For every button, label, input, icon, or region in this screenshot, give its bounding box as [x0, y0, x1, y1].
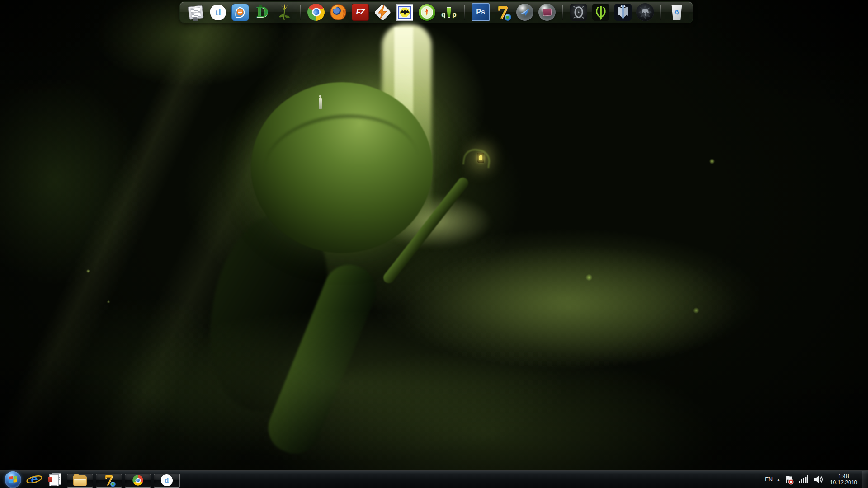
- the-bat-stamp: [397, 5, 413, 20]
- network-signal-icon[interactable]: [798, 475, 808, 483]
- tlen-label: tl: [215, 7, 221, 18]
- green-d-label: D: [256, 4, 269, 20]
- recycle-bin-cup: ♻: [671, 5, 683, 20]
- action-center-flag-icon[interactable]: [784, 474, 794, 485]
- qip-glass: [446, 7, 452, 18]
- filezilla-label: FZ: [356, 8, 365, 17]
- photoshop-label: Ps: [476, 8, 485, 16]
- quake-emblem: [592, 4, 609, 21]
- lantern-flame: [479, 155, 482, 160]
- qip-glyph: q p: [441, 7, 456, 18]
- date: 10.12.2010: [830, 479, 857, 486]
- leaf-chat-icon[interactable]: [231, 3, 250, 22]
- robed-figure-head: [319, 95, 321, 98]
- filezilla-glyph: FZ: [352, 4, 369, 21]
- taskbar-item-internet-explorer[interactable]: e: [24, 471, 45, 488]
- robed-figure: [319, 98, 322, 109]
- notes-board-icon[interactable]: [186, 3, 205, 22]
- taskbar: e 7: [0, 470, 868, 488]
- oblivion-icon[interactable]: [569, 3, 588, 22]
- qip-label-q: q: [441, 11, 445, 18]
- photoshop-icon[interactable]: Ps: [471, 3, 490, 22]
- seven-globe-icon: 7: [102, 473, 117, 488]
- taskbar-button-seven-app[interactable]: 7: [96, 474, 122, 488]
- globe-glyph: [505, 14, 511, 21]
- seven-globe-icon[interactable]: 7: [493, 3, 512, 22]
- qip-label-p: p: [453, 11, 457, 18]
- glass-orb: [516, 4, 533, 21]
- taskbar-item-documents[interactable]: [45, 471, 66, 488]
- show-desktop-button[interactable]: [862, 471, 868, 488]
- dock: tl D: [179, 1, 693, 23]
- system-tray: EN ▲: [765, 473, 860, 486]
- volume-icon[interactable]: [812, 474, 823, 485]
- tlen-messenger-icon: tl: [160, 474, 173, 487]
- download-master-glyph: [419, 4, 435, 21]
- desktop: tl D: [0, 0, 868, 488]
- dock-separator: [660, 5, 661, 20]
- starcraft2-icon[interactable]: [613, 3, 632, 22]
- chrome-glyph: [304, 0, 328, 24]
- explorer-folder-icon: [73, 475, 87, 486]
- winamp-icon[interactable]: [373, 3, 392, 22]
- leaf-chat-glyph: [231, 4, 249, 21]
- start-button[interactable]: [5, 471, 21, 488]
- witcher-wolf-medallion: [636, 3, 654, 21]
- lantern-hook: [462, 147, 492, 168]
- glass-orb: [538, 4, 556, 21]
- quake-icon[interactable]: [591, 3, 610, 22]
- oblivion-emblem: [570, 4, 587, 21]
- the-bat-icon[interactable]: [395, 3, 414, 22]
- internet-explorer-icon: e: [27, 472, 42, 487]
- starcraft2-emblem: [614, 4, 632, 21]
- dock-separator: [300, 5, 301, 20]
- recycle-symbol: ♻: [674, 9, 679, 16]
- flower-icon[interactable]: [275, 3, 294, 22]
- dock-separator: [562, 5, 563, 20]
- taskbar-button-explorer[interactable]: [67, 474, 93, 488]
- glassy-orb-square-icon[interactable]: [538, 3, 557, 22]
- tlen-messenger-icon[interactable]: tl: [208, 3, 227, 22]
- glassy-orb-plane-icon[interactable]: [515, 3, 534, 22]
- dock-separator: [464, 5, 465, 20]
- tlen-paper-glyph: tl: [209, 4, 226, 20]
- clock[interactable]: 1:48 10.12.2010: [830, 473, 857, 486]
- language-indicator[interactable]: EN: [765, 476, 773, 483]
- chrome-icon: [132, 475, 143, 485]
- taskbar-button-tlen[interactable]: tl: [154, 474, 180, 488]
- document-icon: [49, 473, 61, 486]
- photoshop-glyph: Ps: [472, 3, 490, 21]
- chrome-icon[interactable]: [307, 3, 326, 22]
- gecko-dot: [259, 5, 262, 7]
- download-master-icon[interactable]: [417, 3, 436, 22]
- firefox-icon[interactable]: [329, 3, 348, 22]
- time: 1:48: [838, 473, 849, 479]
- show-hidden-icons-arrow[interactable]: ▲: [777, 478, 780, 482]
- wallpaper: [0, 0, 868, 488]
- green-d-icon[interactable]: D: [253, 3, 272, 22]
- maroon-square: [542, 9, 552, 16]
- windows-flag-icon: [9, 475, 18, 484]
- witcher-icon[interactable]: [636, 3, 655, 22]
- green-mist: [118, 312, 561, 461]
- filezilla-icon[interactable]: FZ: [351, 3, 370, 22]
- taskbar-button-chrome[interactable]: [125, 474, 151, 488]
- qip-messenger-icon[interactable]: q p: [439, 3, 458, 22]
- recycle-bin-icon[interactable]: ♻: [667, 3, 686, 22]
